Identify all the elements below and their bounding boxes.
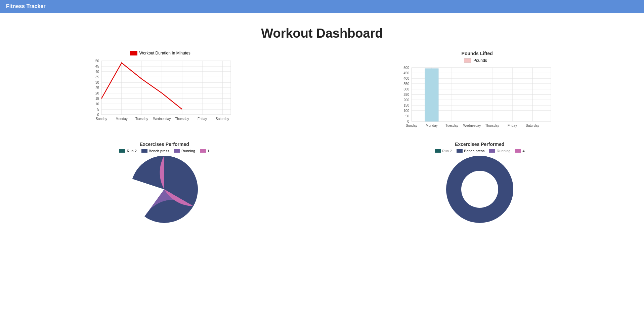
svg-text:Sunday: Sunday [96, 117, 107, 121]
svg-text:300: 300 [404, 87, 410, 91]
svg-text:Wednesday: Wednesday [153, 117, 171, 121]
svg-text:100: 100 [404, 109, 410, 113]
bar-chart-container: Pounds Lifted Pounds 500 450 400 350 300… [400, 51, 554, 131]
svg-text:Wednesday: Wednesday [463, 124, 481, 127]
legend-run2-color [119, 149, 125, 153]
bottom-charts-row: Excercises Performed Run 2 Bench press R… [7, 142, 637, 223]
svg-text:Saturday: Saturday [216, 117, 229, 121]
donut-legend-run2-color [435, 149, 441, 153]
legend-running: Running [174, 149, 195, 153]
donut-legend-bench-label: Bench press [464, 149, 484, 153]
bar-chart-svg: 500 450 400 350 300 250 200 150 100 50 0 [400, 64, 554, 131]
svg-text:45: 45 [95, 65, 99, 68]
main-content: Workout Dashboard Workout Duration In Mi… [0, 13, 644, 230]
app-title: Fitness Tracker [6, 3, 45, 9]
svg-text:500: 500 [404, 66, 410, 70]
svg-text:25: 25 [95, 86, 99, 90]
bar-chart-title: Pounds Lifted [462, 51, 493, 56]
svg-text:Saturday: Saturday [526, 124, 539, 127]
donut-legend-run2: Run 2 [435, 149, 452, 153]
svg-text:30: 30 [95, 81, 99, 84]
bar-legend-color [464, 58, 471, 63]
svg-text:35: 35 [95, 75, 99, 79]
page-title: Workout Dashboard [7, 26, 637, 41]
svg-text:0: 0 [407, 120, 410, 123]
svg-text:Thursday: Thursday [485, 124, 499, 127]
legend-running-color [174, 149, 180, 153]
donut-chart-legend: Run 2 Bench press Running 4 [435, 149, 525, 153]
donut-chart-svg [446, 156, 513, 223]
svg-text:Tuesday: Tuesday [445, 124, 458, 127]
svg-text:Friday: Friday [508, 124, 517, 127]
legend-bench-color [141, 149, 147, 153]
svg-text:150: 150 [404, 104, 410, 107]
svg-text:400: 400 [404, 77, 410, 80]
bar-monday [425, 69, 438, 121]
pie-chart-title: Excercises Performed [140, 142, 189, 147]
top-charts-row: Workout Duration In Minutes 50 45 40 35 … [7, 51, 637, 131]
topbar: Fitness Tracker [0, 0, 644, 13]
svg-text:Thursday: Thursday [175, 117, 189, 121]
line-chart-container: Workout Duration In Minutes 50 45 40 35 … [90, 51, 234, 124]
legend-run2-label: Run 2 [127, 149, 136, 153]
donut-legend-running-color [489, 149, 495, 153]
donut-legend-run2-label: Run 2 [442, 149, 452, 153]
legend-run2: Run 2 [119, 149, 136, 153]
donut-legend-bench-color [457, 149, 463, 153]
svg-text:Monday: Monday [426, 124, 438, 127]
svg-text:Tuesday: Tuesday [135, 117, 148, 121]
svg-text:20: 20 [95, 91, 99, 95]
legend-bench: Bench press [141, 149, 169, 153]
donut-legend-4-color [515, 149, 521, 153]
svg-text:50: 50 [405, 114, 410, 118]
line-legend-color [130, 51, 137, 55]
pie-chart-container: Excercises Performed Run 2 Bench press R… [119, 142, 209, 223]
svg-text:200: 200 [404, 98, 410, 102]
svg-text:50: 50 [95, 59, 99, 63]
legend-running-label: Running [181, 149, 195, 153]
svg-text:Sunday: Sunday [406, 124, 417, 127]
line-legend-label: Workout Duration In Minutes [139, 51, 190, 55]
line-chart-svg: 50 45 40 35 30 25 20 15 10 5 0 [90, 57, 234, 124]
svg-text:350: 350 [404, 82, 410, 86]
pie-chart-svg [131, 156, 198, 223]
donut-legend-4: 4 [515, 149, 524, 153]
legend-1-label: 1 [207, 149, 209, 153]
svg-text:10: 10 [95, 102, 99, 106]
svg-text:0: 0 [97, 113, 99, 117]
svg-text:40: 40 [95, 70, 99, 74]
bar-chart-legend: Pounds [464, 58, 490, 63]
donut-legend-bench: Bench press [457, 149, 484, 153]
svg-text:Friday: Friday [198, 117, 207, 121]
svg-text:Monday: Monday [116, 117, 128, 121]
svg-text:5: 5 [97, 108, 99, 111]
legend-bench-label: Bench press [149, 149, 169, 153]
donut-chart-title: Excercises Performed [455, 142, 504, 147]
bar-legend-label: Pounds [473, 58, 487, 63]
svg-text:15: 15 [95, 97, 99, 101]
donut-hole [461, 171, 498, 208]
donut-legend-running-label: Running [497, 149, 510, 153]
pie-chart-legend: Run 2 Bench press Running 1 [119, 149, 209, 153]
donut-chart-container: Excercises Performed Run 2 Bench press R… [435, 142, 525, 223]
donut-legend-running: Running [489, 149, 510, 153]
line-chart-legend: Workout Duration In Minutes [130, 51, 194, 55]
donut-legend-4-label: 4 [522, 149, 524, 153]
svg-text:250: 250 [404, 93, 410, 96]
svg-text:450: 450 [404, 71, 410, 75]
pie-slice-bench [132, 156, 198, 223]
legend-1-color [200, 149, 206, 153]
legend-1: 1 [200, 149, 209, 153]
